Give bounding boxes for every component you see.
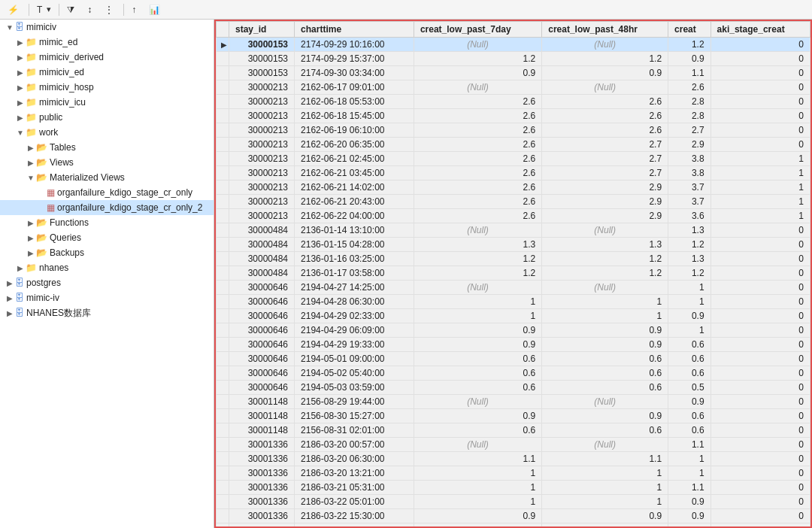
table-row[interactable]: 300006462194-05-03 03:59:000.60.60.50 (217, 381, 810, 395)
tree-toggle[interactable]: ▼ (26, 174, 36, 182)
cell-col6: 1 (710, 181, 810, 195)
table-row[interactable]: 300013962147-10-18 07:55:00(Null)(Null)0… (217, 523, 810, 529)
table-row[interactable]: 300011482156-08-31 02:01:000.60.60.60 (217, 423, 810, 438)
table-row[interactable]: 300013362186-03-22 05:01:00110.90 (217, 495, 810, 509)
tree-toggle[interactable]: ▶ (5, 309, 15, 317)
cell-charttime: 2174-09-29 15:37:00 (295, 52, 414, 66)
table-row[interactable]: 300002132162-06-18 15:45:002.62.62.80 (217, 109, 810, 123)
sidebar-item-mimic-iv[interactable]: ▶ 🗄 mimic-iv (0, 290, 214, 305)
tree-toggle[interactable]: ▶ (5, 279, 15, 287)
col-header-0[interactable] (217, 22, 229, 38)
sidebar-item-views[interactable]: ▶ 📂 Views (0, 155, 214, 170)
sidebar-item-mat_views[interactable]: ▼ 📂 Materialized Views (0, 170, 214, 185)
table-row[interactable]: 300002132162-06-22 04:00:002.62.93.61 (217, 209, 810, 223)
tree-toggle[interactable]: ▶ (15, 114, 26, 122)
sidebar-item-organfailure_2[interactable]: ▦ organfailure_kdigo_stage_cr_only_2 (0, 200, 214, 215)
sidebar-item-functions[interactable]: ▶ 📂 Functions (0, 215, 214, 230)
sidebar-item-postgres[interactable]: ▶ 🗄 postgres (0, 275, 214, 290)
tree-toggle[interactable]: ▶ (15, 99, 26, 107)
tree-toggle[interactable]: ▶ (26, 219, 36, 227)
sidebar-item-mimiciv_derived[interactable]: ▶ 📁 mimiciv_derived (0, 50, 214, 65)
table-row[interactable]: 300013362186-03-21 05:31:00111.10 (217, 481, 810, 495)
row-indicator (217, 438, 229, 452)
tree-toggle[interactable]: ▶ (26, 234, 36, 242)
tree-toggle[interactable]: ▶ (26, 144, 36, 152)
table-row[interactable]: 300002132162-06-21 03:45:002.62.73.81 (217, 166, 810, 181)
sidebar-item-mimiciv[interactable]: ▼ 🗄 mimiciv (0, 20, 214, 35)
content-area: stay_idcharttimecreat_low_past_7daycreat… (214, 20, 812, 528)
cell-stay-id: 30000153 (229, 38, 295, 52)
table-row[interactable]: 300002132162-06-21 20:43:002.62.93.71 (217, 195, 810, 209)
sidebar-item-mimiciv_ed[interactable]: ▶ 📁 mimiciv_ed (0, 65, 214, 80)
col-header-5[interactable]: creat (668, 22, 711, 38)
sidebar-item-tables[interactable]: ▶ 📂 Tables (0, 140, 214, 155)
table-row[interactable]: 300002132162-06-19 06:10:002.62.62.70 (217, 123, 810, 138)
table-row[interactable]: 300001532174-09-30 03:34:000.90.91.10 (217, 66, 810, 80)
cell-col5: 0.6 (668, 423, 711, 438)
table-row[interactable]: ▶300001532174-09-29 10:16:00(Null)(Null)… (217, 38, 810, 52)
table-row[interactable]: 300011482156-08-30 15:27:000.90.90.60 (217, 409, 810, 423)
table-row[interactable]: 300001532174-09-29 15:37:001.21.20.90 (217, 52, 810, 66)
tree-toggle[interactable]: ▶ (15, 38, 26, 47)
tree-toggle[interactable]: ▶ (15, 83, 26, 92)
table-row[interactable]: 300002132162-06-21 14:02:002.62.93.71 (217, 181, 810, 195)
table-row[interactable]: 300002132162-06-18 05:53:002.62.62.80 (217, 95, 810, 109)
table-row[interactable]: 300004842136-01-15 04:28:001.31.31.20 (217, 238, 810, 252)
schema-icon: 📁 (26, 52, 37, 62)
table-row[interactable]: 300006462194-05-01 09:00:000.60.60.60 (217, 352, 810, 366)
cell-col6: 0 (710, 323, 810, 338)
table-row[interactable]: 300006462194-05-02 05:40:000.60.60.60 (217, 366, 810, 381)
text-button[interactable]: T ▾ (32, 3, 56, 17)
sidebar-item-nhanes_db[interactable]: ▶ 🗄 NHANES数据库 (0, 305, 214, 320)
sidebar-item-mimic_ed[interactable]: ▶ 📁 mimic_ed (0, 35, 214, 50)
create-chart-button[interactable]: 📊 (144, 3, 167, 17)
tree-toggle[interactable]: ▶ (26, 249, 36, 257)
table-row[interactable]: 300002132162-06-17 09:01:00(Null)(Null)2… (217, 80, 810, 95)
data-table-wrapper[interactable]: stay_idcharttimecreat_low_past_7daycreat… (214, 20, 812, 528)
sidebar-item-mimiciv_hosp[interactable]: ▶ 📁 mimiciv_hosp (0, 80, 214, 95)
tree-toggle[interactable]: ▼ (15, 129, 26, 137)
cell-charttime: 2194-04-29 06:09:00 (295, 323, 414, 338)
cell-col3: (Null) (414, 523, 541, 529)
table-row[interactable]: 300011482156-08-29 19:44:00(Null)(Null)0… (217, 395, 810, 409)
table-row[interactable]: 300004842136-01-14 13:10:00(Null)(Null)1… (217, 223, 810, 238)
table-row[interactable]: 300006462194-04-29 19:33:000.90.90.60 (217, 338, 810, 352)
table-row[interactable]: 300002132162-06-21 02:45:002.62.73.81 (217, 152, 810, 166)
table-row[interactable]: 300013362186-03-20 00:57:00(Null)(Null)1… (217, 438, 810, 452)
tree-toggle[interactable]: ▶ (15, 68, 26, 77)
col-header-4[interactable]: creat_low_past_48hr (542, 22, 668, 38)
col-header-6[interactable]: aki_stage_creat (710, 22, 810, 38)
tree-item-label: mimic_ed (39, 37, 77, 47)
tree-toggle[interactable]: ▶ (15, 264, 26, 272)
tree-toggle[interactable]: ▶ (26, 159, 36, 167)
sidebar-item-organfailure_1[interactable]: ▦ organfailure_kdigo_stage_cr_only (0, 185, 214, 200)
sidebar-item-public[interactable]: ▶ 📁 public (0, 110, 214, 125)
sidebar-item-nhanes[interactable]: ▶ 📁 nhanes (0, 260, 214, 275)
table-row[interactable]: 300006462194-04-29 06:09:000.90.910 (217, 323, 810, 338)
begin-transaction-button[interactable]: ⚡ (3, 3, 26, 17)
sidebar-item-mimiciv_icu[interactable]: ▶ 📁 mimiciv_icu (0, 95, 214, 110)
cell-charttime: 2136-01-16 03:25:00 (295, 252, 414, 266)
col-header-3[interactable]: creat_low_past_7day (414, 22, 541, 38)
filter-button[interactable]: ⧩ (62, 3, 81, 17)
table-row[interactable]: 300002132162-06-20 06:35:002.62.72.90 (217, 138, 810, 152)
table-row[interactable]: 300006462194-04-29 02:33:00110.90 (217, 309, 810, 323)
tree-toggle[interactable]: ▶ (5, 294, 15, 302)
tree-toggle[interactable]: ▼ (5, 23, 15, 32)
tree-toggle[interactable]: ▶ (15, 53, 26, 62)
table-row[interactable]: 300004842136-01-16 03:25:001.21.21.30 (217, 252, 810, 266)
table-row[interactable]: 300004842136-01-17 03:58:001.21.21.20 (217, 266, 810, 281)
table-row[interactable]: 300006462194-04-28 06:30:001110 (217, 295, 810, 309)
columns-button[interactable]: ⋮ (100, 3, 120, 17)
export-button[interactable]: ↑ (127, 3, 143, 17)
table-row[interactable]: 300013362186-03-20 06:30:001.11.110 (217, 452, 810, 466)
table-row[interactable]: 300013362186-03-22 15:30:000.90.90.90 (217, 509, 810, 523)
sidebar-item-work[interactable]: ▼ 📁 work (0, 125, 214, 140)
sidebar-item-queries[interactable]: ▶ 📂 Queries (0, 230, 214, 245)
sort-button[interactable]: ↕ (83, 3, 98, 17)
table-row[interactable]: 300013362186-03-20 13:21:001110 (217, 466, 810, 481)
col-header-1[interactable]: stay_id (229, 22, 295, 38)
sidebar-item-backups[interactable]: ▶ 📂 Backups (0, 245, 214, 260)
col-header-2[interactable]: charttime (295, 22, 414, 38)
table-row[interactable]: 300006462194-04-27 14:25:00(Null)(Null)1… (217, 281, 810, 295)
